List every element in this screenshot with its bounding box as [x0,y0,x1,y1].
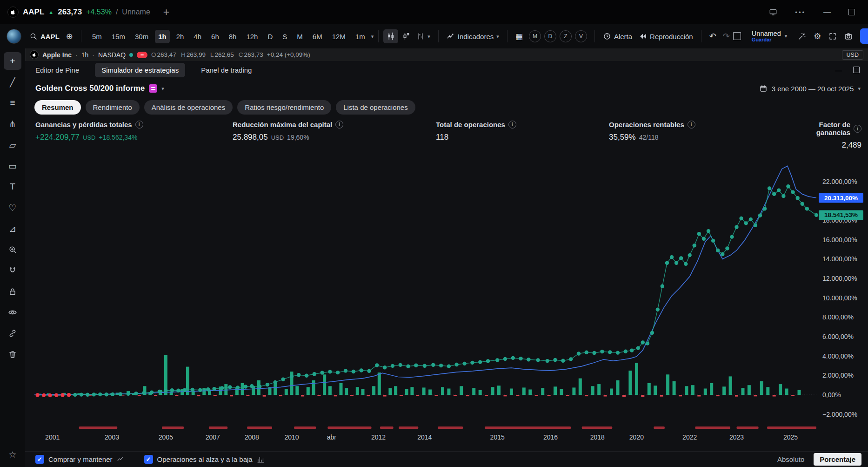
info-icon[interactable]: i [335,121,343,129]
chart-style-candles-button[interactable] [383,29,398,43]
trend-line-tool-icon[interactable]: ╱ [4,73,21,91]
report-pill-lista-de-operaciones[interactable]: Lista de operaciones [336,100,415,115]
buy-hold-toggle[interactable]: ✓ Comprar y mantener [35,455,125,464]
report-pill-rendimiento[interactable]: Rendimiento [86,100,140,115]
layout-name-button[interactable]: Unnamed Guardar ▾ [748,27,790,46]
panel-tab-simulador-de-estrategias[interactable]: Simulador de estrategias [95,63,185,77]
replay-button[interactable]: Reproducción [635,29,696,43]
text-tool-icon[interactable]: T [4,178,21,196]
absolute-mode-button[interactable]: Absoluto [777,455,804,463]
quick-layout-M[interactable]: M [529,30,541,42]
timeframe-8h[interactable]: 8h [226,30,240,43]
quick-layout-V[interactable]: V [575,30,587,42]
x-axis-label: 2001 [45,433,60,441]
report-pill-resumen[interactable]: Resumen [34,100,81,115]
timeframe-30m[interactable]: 30m [132,30,152,43]
rectangle-tool-icon[interactable]: ▭ [4,157,21,175]
layout-select-icon[interactable] [733,32,741,40]
timeframe-6M[interactable]: 6M [309,30,326,43]
quick-layout-D[interactable]: D [544,30,556,42]
symbol-legend-strip[interactable]: Apple Inc · 1h · NASDAQ O263,47H263,99L2… [25,48,868,61]
divider [507,30,507,42]
compare-button[interactable]: ▾ [413,29,434,43]
indicators-button[interactable]: Indicadores ▾ [443,29,502,43]
x-axis-label: 2018 [590,433,605,441]
buy-hold-marker [754,223,757,227]
camera-icon[interactable] [844,32,853,41]
profit-bar [295,386,299,395]
redo-button[interactable]: ↷ [720,28,733,44]
shapes-tool-icon[interactable]: ▱ [4,136,21,154]
report-pill-ratios-riesgo-rendimiento[interactable]: Ratios riesgo/rendimiento [237,100,331,115]
checkbox-checked[interactable]: ✓ [35,455,44,464]
timeframe-1m[interactable]: 1m [352,30,368,43]
chart-type-button[interactable] [398,29,413,43]
settings-gear-icon[interactable]: ⚙ [814,31,821,41]
buy-hold-marker [805,207,809,210]
emoji-tool-icon[interactable]: ♡ [4,199,21,217]
minimize-button[interactable]: — [823,8,831,16]
report-pill-an-lisis-de-operaciones[interactable]: Análisis de operaciones [144,100,233,115]
percent-mode-button[interactable]: Porcentaje [814,453,861,466]
pitchfork-tool-icon[interactable]: ⋔ [4,115,21,133]
date-range-picker[interactable]: 3 ene 2000 — 20 oct 2025 ▾ [759,84,868,93]
panel-maximize-icon[interactable] [853,67,860,73]
magnet-tool-icon[interactable] [4,262,21,279]
timeframe-6h[interactable]: 6h [208,30,222,43]
magic-wand-icon[interactable] [798,32,806,41]
save-layout-link[interactable]: Guardar [752,37,781,43]
add-symbol-icon[interactable]: ⊕ [63,28,76,44]
undo-button[interactable]: ↶ [706,28,720,44]
fullscreen-icon[interactable] [828,32,837,41]
eye-tool-icon[interactable] [4,304,21,321]
panel-tab-editor-de-pine[interactable]: Editor de Pine [35,66,79,74]
ruler-tool-icon[interactable]: ⊿ [4,220,21,237]
strategy-script-icon[interactable] [149,84,157,93]
timeframe-D[interactable]: D [264,30,276,43]
checkbox-checked[interactable]: ✓ [144,455,153,464]
crosshair-tool-icon[interactable]: + [4,52,21,70]
strategy-chevron-icon[interactable]: ▾ [161,86,164,92]
new-tab-button[interactable]: + [163,6,169,19]
long-short-toggle[interactable]: ✓ Operaciones al alza y a la baja [144,455,265,464]
panel-tab-panel-de-trading[interactable]: Panel de trading [201,66,252,74]
user-avatar[interactable] [7,29,21,44]
lock-tool-icon[interactable] [4,283,21,300]
zoom-in-tool-icon[interactable] [4,241,21,258]
notification-flag-badge[interactable] [137,52,147,58]
info-icon[interactable]: i [688,121,695,129]
timeframe-12h[interactable]: 12h [243,30,261,43]
quick-layout-Z[interactable]: Z [560,30,572,42]
stat-label: Factor de ganancias [788,121,850,136]
currency-toggle[interactable]: USD [842,50,863,60]
buy-hold-marker [414,364,418,367]
overflow-dots-icon[interactable]: ••• [795,9,806,16]
symbol-search-button[interactable]: AAPL [26,29,63,43]
layout-grid-icon[interactable]: ▦ [512,29,526,44]
timeframe-M[interactable]: M [294,30,306,43]
publish-button[interactable]: Pu [860,28,868,44]
info-icon[interactable]: i [854,125,861,133]
alert-button[interactable]: Alerta [600,29,635,43]
trash-tool-icon[interactable] [4,345,21,363]
favorites-star-icon[interactable]: ☆ [4,446,21,463]
screenshare-icon[interactable] [769,8,777,16]
panel-minimize-icon[interactable]: — [835,66,842,74]
timeframe-4h[interactable]: 4h [190,30,205,43]
info-icon[interactable]: i [508,121,516,129]
strategy-chart[interactable]: 22.000,00%18.000,00%16.000,00%14.000,00%… [25,154,868,452]
last-value-badge-label: 20.313,00% [824,195,858,202]
info-icon[interactable]: i [135,121,143,129]
strategy-title[interactable]: Golden Cross 50/200 informe [35,84,145,93]
browser-tab[interactable]: AAPL ▲ 263,73 +4.53% / Unname [0,0,158,24]
maximize-button[interactable] [848,9,855,15]
timeframe-15m[interactable]: 15m [108,30,128,43]
fib-retracement-tool-icon[interactable]: ≡ [4,94,21,112]
timeframe-2h[interactable]: 2h [173,30,187,43]
timeframe-chevron-icon[interactable]: ▾ [371,34,374,40]
timeframe-5m[interactable]: 5m [89,30,105,43]
timeframe-1h[interactable]: 1h [155,30,170,43]
timeframe-S[interactable]: S [279,30,290,43]
timeframe-12M[interactable]: 12M [329,30,349,43]
link-tool-icon[interactable] [4,325,21,342]
